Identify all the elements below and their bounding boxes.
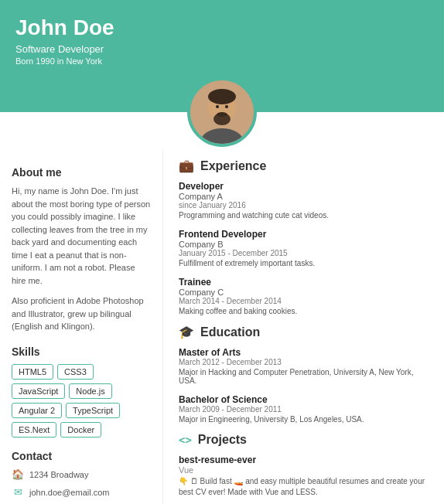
header-title: Software Developer — [15, 43, 429, 55]
about-text-2: Also proficient in Adobe Photoshop and I… — [12, 295, 151, 333]
exp-title: Trainee — [179, 277, 429, 288]
exp-date: January 2015 - December 2015 — [179, 249, 429, 257]
edu-desc: Major in Engineering, University B, Los … — [179, 415, 429, 424]
exp-date: since January 2016 — [179, 201, 429, 209]
skills-grid: HTML5CSS3JavaScriptNode.jsAngular 2TypeS… — [12, 364, 151, 438]
main-layout: About me Hi, my name is John Doe. I'm ju… — [0, 151, 444, 504]
email-icon: ✉ — [12, 486, 24, 499]
edu-degree: Bachelor of Science — [179, 394, 429, 405]
experience-entry: Developer Company A since January 2016 P… — [179, 181, 429, 220]
skill-badge: CSS3 — [57, 364, 94, 380]
education-entry: Master of Arts March 2012 - December 201… — [179, 347, 429, 385]
project-desc: 👇 🗒 Build fast 🚤 and easy multiple beaut… — [179, 476, 429, 498]
skill-badge: Node.js — [69, 383, 111, 399]
exp-title: Developer — [179, 181, 429, 192]
exp-title: Frontend Developer — [179, 229, 429, 240]
header: John Doe Software Developer Born 1990 in… — [0, 0, 444, 112]
skill-badge: Angular 2 — [12, 403, 62, 418]
graduation-icon: 🎓 — [179, 325, 194, 339]
experience-header: 💼 Experience — [179, 158, 429, 173]
header-name: John Doe — [15, 15, 429, 40]
projects-list: best-resume-ever Vue 👇 🗒 Build fast 🚤 an… — [179, 455, 429, 498]
avatar — [187, 77, 257, 147]
svg-point-7 — [217, 112, 227, 117]
edu-date: March 2012 - December 2013 — [179, 358, 429, 366]
sidebar: About me Hi, my name is John Doe. I'm ju… — [0, 151, 162, 504]
exp-company: Company B — [179, 240, 429, 249]
briefcase-icon: 💼 — [179, 158, 194, 173]
about-title: About me — [12, 166, 151, 179]
project-entry: best-resume-ever Vue 👇 🗒 Build fast 🚤 an… — [179, 455, 429, 498]
address-icon: 🏠 — [12, 468, 24, 481]
contact-text-address: 1234 Broadway — [29, 470, 88, 479]
svg-point-4 — [208, 89, 236, 104]
svg-point-6 — [225, 105, 228, 108]
edu-date: March 2009 - December 2011 — [179, 405, 429, 414]
contact-item-email: ✉ john.doe@email.com — [12, 486, 151, 499]
svg-point-5 — [216, 105, 219, 108]
exp-company: Company C — [179, 288, 429, 297]
exp-date: March 2014 - December 2014 — [179, 297, 429, 305]
skill-badge: HTML5 — [12, 364, 53, 380]
about-text-1: Hi, my name is John Doe. I'm just about … — [12, 185, 151, 287]
education-header: 🎓 Education — [179, 325, 429, 339]
header-born: Born 1990 in New York — [15, 56, 429, 66]
experience-list: Developer Company A since January 2016 P… — [179, 181, 429, 315]
contact-list: 🏠 1234 Broadway ✉ john.doe@email.com 📞 0… — [12, 468, 151, 505]
skill-badge: ES.Next — [12, 422, 56, 438]
code-icon: <> — [179, 434, 192, 446]
projects-title: Projects — [198, 433, 247, 447]
contact-item-address: 🏠 1234 Broadway — [12, 468, 151, 481]
skill-badge: JavaScript — [12, 383, 65, 399]
education-list: Master of Arts March 2012 - December 201… — [179, 347, 429, 424]
exp-desc: Fulfillment of extremely important tasks… — [179, 259, 429, 267]
exp-desc: Programming and watching cute cat videos… — [179, 211, 429, 220]
skills-title: Skills — [12, 346, 151, 358]
skill-badge: Docker — [60, 422, 101, 438]
education-title: Education — [200, 325, 260, 339]
experience-entry: Frontend Developer Company B January 201… — [179, 229, 429, 267]
edu-desc: Major in Hacking and Computer Penetratio… — [179, 368, 429, 385]
contact-title: Contact — [12, 450, 151, 462]
project-name: best-resume-ever — [179, 455, 429, 465]
projects-header: <> Projects — [179, 433, 429, 447]
project-tech: Vue — [179, 465, 429, 475]
experience-title: Experience — [200, 159, 266, 173]
skill-badge: TypeScript — [66, 403, 120, 418]
experience-entry: Trainee Company C March 2014 - December … — [179, 277, 429, 315]
edu-degree: Master of Arts — [179, 347, 429, 358]
avatar-container — [0, 77, 444, 147]
contact-text-email: john.doe@email.com — [29, 488, 110, 497]
exp-company: Company A — [179, 192, 429, 201]
content: 💼 Experience Developer Company A since J… — [162, 151, 444, 504]
education-entry: Bachelor of Science March 2009 - Decembe… — [179, 394, 429, 424]
exp-desc: Making coffee and baking cookies. — [179, 307, 429, 315]
